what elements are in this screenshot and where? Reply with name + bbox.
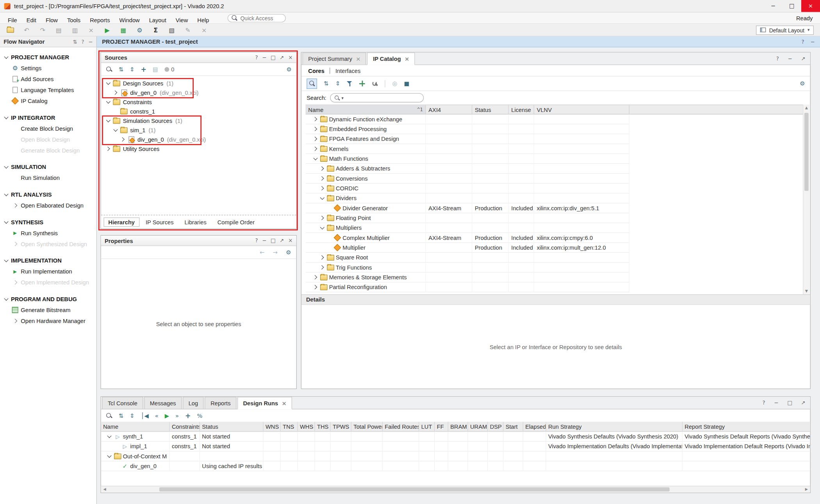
expander-icon[interactable] (105, 99, 111, 105)
design-run-row[interactable]: synth_1 constrs_1 Not started (101, 432, 810, 442)
sources-tree-row[interactable]: Design Sources (1) (101, 78, 296, 88)
subtab-interfaces[interactable]: Interfaces (335, 67, 360, 74)
expander-icon[interactable] (105, 80, 111, 86)
percent-icon[interactable]: % (197, 412, 202, 419)
cancel-icon[interactable]: × (200, 26, 208, 34)
float-icon[interactable]: ↗ (280, 238, 284, 243)
expander-icon[interactable] (326, 245, 332, 251)
bottom-tab[interactable]: Design Runs (237, 397, 292, 409)
scroll-up-icon[interactable]: ▲ (803, 106, 809, 110)
flow-navigator-entry[interactable]: SYNTHESIS (0, 217, 96, 227)
search-toggle[interactable] (307, 78, 317, 89)
expander-icon[interactable] (312, 136, 319, 142)
target-icon[interactable]: ◎ (392, 80, 398, 87)
minimize-icon[interactable]: − (88, 39, 93, 44)
menu-item[interactable]: Edit (22, 17, 41, 23)
forward-icon[interactable]: → (273, 249, 278, 256)
sources-tree-row[interactable]: div_gen_0 (div_gen_0.xci) (101, 88, 296, 97)
minimize-icon[interactable]: − (788, 56, 792, 62)
sources-tree-row[interactable]: Utility Sources (101, 144, 296, 153)
column-header[interactable]: Constraints (170, 422, 200, 431)
column-header[interactable]: Total Power (351, 422, 383, 431)
maximize-button[interactable]: □ (783, 0, 801, 12)
float-icon[interactable]: ↗ (280, 55, 284, 60)
expander-icon[interactable] (120, 136, 126, 142)
catalog-row[interactable]: Square Root (306, 253, 629, 263)
add-sources-icon[interactable]: + (141, 65, 147, 73)
help-icon[interactable]: ? (255, 238, 258, 243)
menu-item[interactable]: Layout (144, 17, 171, 23)
run-icon[interactable]: ▶ (103, 26, 111, 34)
expand-all-icon[interactable]: ⇕ (130, 412, 134, 419)
tab-close-icon[interactable] (405, 55, 409, 62)
flow-navigator-entry[interactable]: Generate Block Design (0, 145, 96, 156)
expander-icon[interactable] (319, 264, 325, 270)
edit-icon[interactable]: ✎ (184, 26, 192, 34)
column-header[interactable]: FF (435, 422, 448, 431)
expander-icon[interactable] (319, 165, 325, 172)
expander-icon[interactable] (312, 156, 319, 162)
expander-icon[interactable] (312, 146, 319, 152)
flow-navigator-entry[interactable]: Open Implemented Design (0, 277, 96, 287)
help-icon[interactable]: ? (81, 39, 84, 44)
flow-navigator-entry[interactable]: Run Simulation (0, 172, 96, 183)
catalog-row[interactable]: Trig Functions (306, 263, 629, 272)
step-back-icon[interactable]: « (155, 412, 159, 419)
expander-icon[interactable] (319, 185, 325, 192)
stop-icon[interactable]: ■ (404, 80, 410, 87)
catalog-search-input[interactable] (345, 95, 420, 101)
catalog-row[interactable]: Adders & Subtracters (306, 164, 629, 174)
catalog-row[interactable]: Divider Generator AXI4-Stream Production… (306, 203, 629, 213)
help-icon[interactable]: ? (763, 400, 765, 406)
sources-tree-row[interactable]: Simulation Sources (1) (101, 116, 296, 125)
sources-tree-row[interactable]: constrs_1 (101, 106, 296, 116)
collapse-all-icon[interactable]: ⇅ (119, 66, 123, 73)
column-header[interactable]: Start (503, 422, 523, 431)
sources-view-tab[interactable]: IP Sources (141, 217, 178, 227)
expander-icon[interactable] (114, 463, 120, 469)
layout-selector[interactable]: Default Layout ▾ (756, 25, 814, 35)
scroll-left-icon[interactable]: ◀ (101, 486, 109, 493)
expander-icon[interactable] (319, 254, 325, 261)
expander-icon[interactable] (326, 234, 332, 241)
catalog-row[interactable]: Multiplier Production Included xilinx.co… (306, 243, 629, 253)
flow-navigator-entry[interactable]: Language Templates (0, 84, 96, 95)
column-header[interactable]: DSP (488, 422, 503, 431)
bottom-tab[interactable]: Tcl Console (102, 397, 143, 409)
help-icon[interactable]: ? (801, 39, 804, 44)
minimize-icon[interactable]: − (774, 400, 778, 406)
flow-navigator-entry[interactable]: IMPLEMENTATION (0, 255, 96, 266)
catalog-search-box[interactable]: ▾ (330, 93, 424, 103)
bottom-tab[interactable]: Reports (205, 397, 236, 409)
collapse-all-icon[interactable]: ⇅ (324, 80, 328, 87)
collapse-all-icon[interactable]: ⇅ (73, 39, 77, 44)
close-button[interactable]: × (801, 0, 820, 12)
go-to-start-icon[interactable]: │◀ (141, 412, 149, 419)
column-header[interactable]: WHS (298, 422, 315, 431)
column-header-license[interactable]: License (509, 105, 534, 114)
flow-navigator-entry[interactable]: IP Catalog (0, 95, 96, 106)
sources-tree-row[interactable]: div_gen_0 (div_gen_0.xci) (101, 135, 296, 144)
step-forward-icon[interactable]: » (175, 412, 179, 419)
expander-icon[interactable] (312, 126, 319, 132)
scroll-right-icon[interactable]: ▶ (803, 486, 810, 493)
column-header-vlnv[interactable]: VLNV (534, 105, 629, 114)
expander-icon[interactable] (106, 433, 112, 440)
float-icon[interactable]: ↗ (801, 56, 805, 62)
expander-icon[interactable] (312, 116, 319, 122)
close-icon[interactable]: × (288, 238, 292, 243)
quick-access-search[interactable] (227, 14, 285, 22)
flow-navigator-entry[interactable]: Open Block Design (0, 134, 96, 145)
gear-icon[interactable]: ⚙ (800, 80, 805, 87)
float-icon[interactable]: ↗ (801, 400, 805, 406)
menu-item[interactable]: Reports (85, 17, 114, 23)
flow-navigator-entry[interactable]: PROJECT MANAGER (0, 51, 96, 62)
column-header[interactable]: URAM (468, 422, 488, 431)
gear-icon[interactable]: ⚙ (286, 66, 291, 73)
catalog-row[interactable]: Dividers (306, 193, 629, 203)
delete-icon[interactable]: × (87, 26, 95, 34)
close-icon[interactable]: × (288, 55, 292, 60)
column-header[interactable]: Report Strategy (683, 422, 810, 431)
document-tab[interactable]: IP Catalog (367, 53, 415, 65)
subtab-cores[interactable]: Cores (308, 67, 324, 74)
